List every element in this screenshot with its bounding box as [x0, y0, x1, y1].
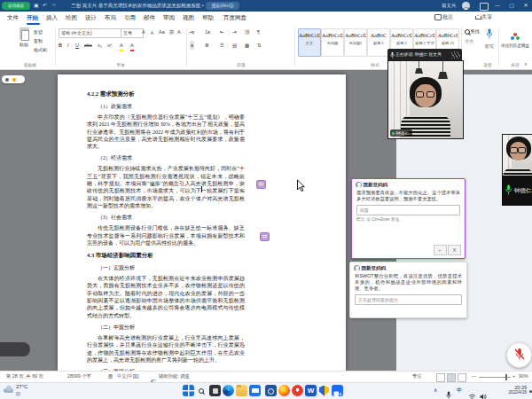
- video-feed-main[interactable]: 钟德仁: [387, 60, 464, 139]
- comment-anchor-icon[interactable]: [256, 180, 266, 189]
- share-button[interactable]: 共享: [475, 13, 492, 21]
- tab-design[interactable]: 设计: [85, 14, 97, 22]
- tab-file[interactable]: 文件: [7, 14, 19, 22]
- comment-card[interactable]: 国新亚妈妈 和SWOT整合分析吧，再说注意优势，优势是技术本身的，机会和挑战是企…: [349, 262, 467, 318]
- sort-button[interactable]: 排: [245, 27, 250, 36]
- task-view-button[interactable]: [209, 385, 221, 396]
- shading-button[interactable]: ▤: [232, 41, 237, 50]
- tray-clock[interactable]: 20:29 2022/4/26: [495, 385, 527, 395]
- phonetic-guide-button[interactable]: 拼: [169, 27, 175, 36]
- maximize-button[interactable]: ▢: [505, 0, 518, 11]
- align-center-button[interactable]: ≣: [205, 41, 209, 50]
- ime-indicator[interactable]: 中: [457, 387, 463, 395]
- tab-layout[interactable]: 布局: [105, 14, 116, 22]
- comments-button[interactable]: 批注: [434, 13, 453, 21]
- volume-icon[interactable]: [480, 387, 487, 399]
- redo-icon[interactable]: ↷: [51, 2, 56, 10]
- ribbon-display-options-icon[interactable]: [480, 3, 489, 11]
- comment-reply-input[interactable]: 正在处理回复的批注: [355, 294, 462, 305]
- music-app-icon[interactable]: [292, 385, 303, 396]
- post-reply-button[interactable]: ▸: [434, 245, 447, 255]
- start-button[interactable]: [183, 385, 194, 396]
- font-size-select[interactable]: 五号: [121, 28, 144, 38]
- edge-icon[interactable]: [223, 385, 234, 396]
- save-icon[interactable]: ▣: [34, 2, 39, 10]
- speaking-indicator-bar[interactable]: 正在讲话: 钟德仁 肖文兵: [387, 49, 462, 60]
- subscript-button[interactable]: x₂: [98, 41, 102, 50]
- align-left-button[interactable]: ≡: [190, 41, 194, 50]
- style-normal[interactable]: AaBbCcDx正文: [298, 28, 321, 57]
- font-color-button[interactable]: A: [130, 41, 134, 51]
- style-no-spacing[interactable]: AaBbCcDx无间隔: [321, 28, 344, 57]
- avatar[interactable]: [462, 2, 470, 10]
- tray-mic-icon[interactable]: [446, 387, 451, 399]
- word-icon[interactable]: W: [305, 385, 317, 396]
- docked-toolbar[interactable]: [0, 342, 30, 356]
- comment-reply-input[interactable]: 回复: [356, 205, 460, 215]
- view-print-layout-button[interactable]: [447, 373, 456, 382]
- align-right-button[interactable]: ☰: [220, 41, 224, 50]
- style-no-spacing-1[interactable]: AaBbCcD无间隔1: [344, 28, 367, 57]
- tray-expand-chevron[interactable]: ∧: [434, 387, 437, 393]
- increase-indent-button[interactable]: ⇥: [232, 27, 237, 36]
- tab-mailings[interactable]: 邮件: [144, 14, 155, 22]
- tab-references[interactable]: 引用: [124, 14, 136, 22]
- bold-button[interactable]: B: [59, 41, 62, 50]
- zoom-out-button[interactable]: —: [472, 373, 476, 379]
- weather-temp[interactable]: 27°C: [16, 384, 27, 389]
- reading-mode-toggle[interactable]: [2, 75, 25, 83]
- tencent-meeting-icon[interactable]: [332, 385, 343, 396]
- save-to-baidu-button[interactable]: 保存到百度网盘: [500, 27, 530, 49]
- view-read-mode-button[interactable]: [436, 373, 445, 382]
- comment-card-active[interactable]: 国新亚妈妈 需求预测要具体说，不能大而化之。这个技术带来多大经济效益要说明，预测…: [351, 178, 466, 259]
- minimize-button[interactable]: —: [491, 0, 504, 11]
- numbering-button[interactable]: 1≡: [205, 27, 210, 36]
- mute-button[interactable]: [506, 342, 532, 368]
- taskbar-search-button[interactable]: [196, 385, 207, 396]
- wifi-icon[interactable]: [468, 387, 476, 399]
- drag-handle-icon[interactable]: [451, 51, 460, 59]
- participant-banner[interactable]: 钟德仁: [502, 176, 532, 206]
- app-icon[interactable]: [265, 385, 277, 396]
- replace-button[interactable]: 替换: [465, 38, 473, 43]
- zoom-level[interactable]: 90%: [519, 373, 528, 379]
- zoom-slider-thumb[interactable]: [505, 374, 507, 380]
- copy-button[interactable]: 复制: [34, 38, 43, 43]
- highlight-color-button[interactable]: A: [120, 41, 123, 51]
- comment-anchor-icon[interactable]: [260, 232, 270, 241]
- bullets-button[interactable]: •≡: [190, 27, 194, 36]
- strikethrough-button[interactable]: abc: [84, 41, 92, 50]
- shrink-font-button[interactable]: A: [151, 29, 153, 38]
- language-indicator[interactable]: 中文(中国): [117, 373, 139, 379]
- document-page[interactable]: 4.2.2 需求预测分析 （1）政策需求 中共印发的《无损检测仪器行业发展“十三…: [58, 74, 346, 371]
- tab-review[interactable]: 审阅: [163, 14, 175, 22]
- focus-button[interactable]: 专注: [412, 373, 422, 379]
- accessibility-status[interactable]: 辅助功能: 调查: [159, 373, 190, 379]
- tab-help[interactable]: 帮助: [202, 14, 214, 22]
- tab-view[interactable]: 视图: [183, 14, 194, 22]
- proofing-icon[interactable]: ▤: [108, 373, 113, 379]
- show-marks-button[interactable]: ¶: [257, 27, 260, 36]
- underline-button[interactable]: U: [75, 41, 79, 50]
- autosave-toggle[interactable]: 自动保存: [2, 2, 30, 10]
- line-spacing-button[interactable]: ⇅: [257, 41, 262, 50]
- format-painter-button[interactable]: 格式刷: [34, 47, 47, 52]
- tab-insert[interactable]: 插入: [46, 14, 58, 22]
- file-explorer-icon[interactable]: [236, 385, 247, 396]
- decrease-indent-button[interactable]: ⇤: [220, 27, 224, 36]
- character-border-button[interactable]: A: [177, 27, 181, 36]
- dictate-button[interactable]: 听写: [481, 27, 497, 49]
- cut-button[interactable]: 剪切: [34, 29, 43, 35]
- grow-font-button[interactable]: A: [142, 27, 145, 36]
- font-name-select[interactable]: 等线 (中文正文): [59, 28, 122, 38]
- collapse-ribbon-button[interactable]: ∧: [524, 61, 528, 66]
- cancel-reply-button[interactable]: X: [448, 245, 461, 255]
- change-case-button[interactable]: Aa: [159, 27, 165, 36]
- word-count[interactable]: 28099 个字: [67, 373, 91, 379]
- page-indicator[interactable]: 第 28 页, 共 69 页: [6, 373, 43, 379]
- view-web-layout-button[interactable]: [458, 373, 466, 382]
- video-feed-side[interactable]: [502, 134, 532, 177]
- superscript-button[interactable]: x²: [107, 41, 112, 50]
- tab-home[interactable]: 开始: [27, 14, 38, 22]
- find-button[interactable]: 查找: [465, 28, 479, 34]
